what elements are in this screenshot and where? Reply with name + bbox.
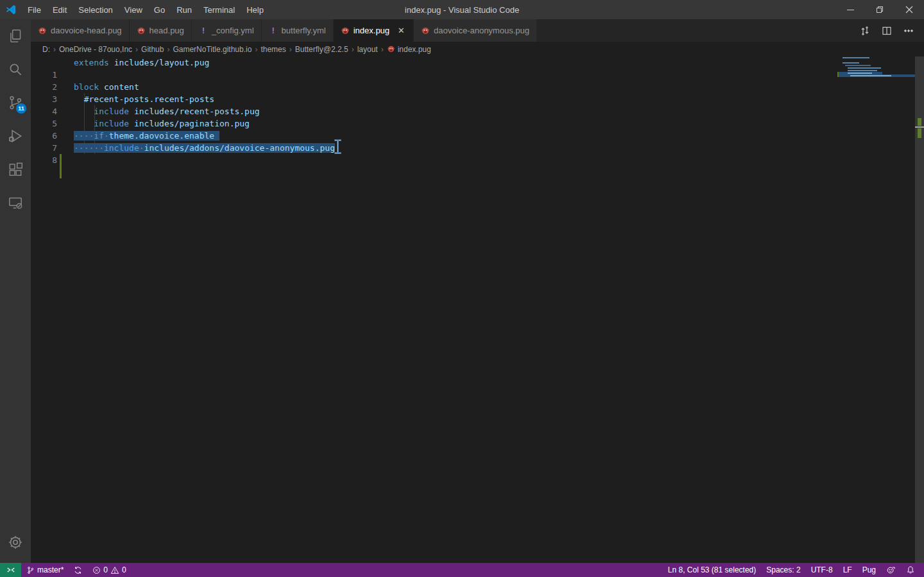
problems-item[interactable]: 0 0 (87, 563, 131, 577)
code-line: 8 ······include·includes/addons/daovoice… (31, 142, 924, 154)
encoding-item[interactable]: UTF-8 (806, 563, 838, 577)
breadcrumb-item-file[interactable]: index.pug (386, 45, 432, 54)
split-editor-icon[interactable] (882, 26, 892, 36)
code-token: #recent-posts.recent-posts (84, 94, 215, 104)
warnings-count: 0 (122, 565, 126, 574)
warnings-icon (110, 566, 119, 574)
code-editor[interactable]: 1 extends includes/layout.pug 2 3 block … (31, 56, 924, 563)
chevron-right-icon (252, 45, 260, 54)
menu-go[interactable]: Go (148, 0, 171, 19)
code-token: include (94, 119, 129, 128)
line-number[interactable]: 8 (31, 154, 57, 166)
window-controls (835, 0, 924, 19)
menu-edit[interactable]: Edit (47, 0, 73, 19)
breadcrumb-item[interactable]: D: (42, 45, 51, 54)
sync-icon (74, 566, 82, 574)
text-cursor-pointer (334, 139, 341, 154)
chevron-right-icon (287, 45, 295, 54)
menu-help[interactable]: Help (241, 0, 270, 19)
feedback-item[interactable] (881, 563, 901, 577)
vscode-logo-icon (0, 0, 22, 19)
breadcrumb-item[interactable]: Butterfly@2.2.5 (295, 45, 349, 54)
settings-gear-icon[interactable] (0, 526, 31, 559)
minimize-button[interactable] (835, 0, 865, 19)
language-mode-item[interactable]: Pug (857, 563, 881, 577)
minimap-modified-marker (837, 74, 839, 77)
menu-view[interactable]: View (119, 0, 148, 19)
status-bar: master* 0 0 Ln 8, Col 53 (81 selected) S… (0, 563, 924, 577)
code-line: 7 ····if·theme.daovoice.enable (31, 130, 924, 142)
code-token: includes/addons/daovoice-anonymous.pug (144, 143, 335, 153)
breadcrumb-item[interactable]: themes (260, 45, 286, 54)
code-token: includes/pagination.pug (134, 119, 250, 128)
breadcrumb-item[interactable]: OneDrive - 87ouo,Inc (58, 45, 133, 54)
tab-head-pug[interactable]: head.pug (130, 19, 192, 42)
errors-count: 0 (103, 565, 108, 574)
notifications-item[interactable] (901, 563, 920, 577)
scm-badge: 11 (16, 103, 26, 114)
minimap[interactable] (837, 56, 915, 146)
source-control-icon[interactable]: 11 (0, 86, 31, 119)
activity-bar: 11 (0, 19, 31, 563)
cursor-position-label: Ln 8, Col 53 (81 selected) (668, 565, 756, 574)
chevron-right-icon (164, 45, 172, 54)
tab-close-icon[interactable] (396, 26, 406, 36)
modified-gutter-indicator (60, 166, 62, 178)
sync-item[interactable] (69, 563, 87, 577)
tab-daovoice-anonymous-pug[interactable]: daovoice-anonymous.pug (414, 19, 537, 42)
yaml-icon (199, 26, 208, 35)
chevron-right-icon (349, 45, 357, 54)
close-button[interactable] (894, 0, 924, 19)
menu-run[interactable]: Run (171, 0, 198, 19)
extensions-icon[interactable] (0, 153, 31, 186)
menu-selection[interactable]: Selection (73, 0, 118, 19)
tab-daovoice-head-pug[interactable]: daovoice-head.pug (31, 19, 130, 42)
tab-bar: daovoice-head.pug head.pug _config.yml b… (31, 19, 924, 42)
tab-label: daovoice-head.pug (51, 26, 122, 35)
breadcrumb-file-label: index.pug (398, 45, 431, 54)
tab-index-pug[interactable]: index.pug (334, 19, 414, 42)
tab-butterfly-yml[interactable]: butterfly.yml (262, 19, 334, 42)
indentation-item[interactable]: Spaces: 2 (761, 563, 805, 577)
overview-modified-marker (918, 128, 921, 138)
tab-config-yml[interactable]: _config.yml (192, 19, 262, 42)
overview-modified-marker (918, 118, 921, 126)
run-debug-icon[interactable] (0, 119, 31, 153)
editor-scrollbar[interactable] (915, 56, 924, 563)
feedback-icon (886, 565, 896, 574)
window-title: index.pug - Visual Studio Code (405, 5, 519, 15)
eol-label: LF (843, 565, 852, 574)
cursor-position-item[interactable]: Ln 8, Col 53 (81 selected) (663, 563, 761, 577)
eol-item[interactable]: LF (838, 563, 857, 577)
remote-icon (6, 565, 15, 574)
git-branch-item[interactable]: master* (21, 563, 69, 577)
breadcrumb-item[interactable]: GamerNoTitle.github.io (172, 45, 252, 54)
chevron-right-icon (51, 45, 58, 54)
search-icon[interactable] (0, 53, 31, 86)
encoding-label: UTF-8 (811, 565, 833, 574)
menu-file[interactable]: File (22, 0, 47, 19)
remote-indicator[interactable] (0, 563, 21, 577)
indentation-label: Spaces: 2 (766, 565, 800, 574)
close-icon (905, 6, 913, 13)
menu-terminal[interactable]: Terminal (198, 0, 241, 19)
more-actions-icon[interactable] (903, 26, 914, 36)
open-changes-icon[interactable] (860, 26, 870, 36)
breadcrumb-item[interactable]: Github (141, 45, 164, 54)
code-token (109, 58, 114, 67)
code-line: 2 (31, 69, 924, 81)
tab-label: head.pug (150, 26, 184, 35)
code-line: 3 block content (31, 81, 924, 93)
restore-button[interactable] (865, 0, 894, 19)
language-label: Pug (862, 565, 876, 574)
tab-label: _config.yml (212, 26, 254, 35)
remote-explorer-icon[interactable] (0, 186, 31, 220)
explorer-icon[interactable] (0, 19, 31, 53)
code-line: 5 include includes/recent-posts.pug (31, 105, 924, 117)
errors-icon (92, 566, 101, 574)
code-token: includes/layout.pug (114, 58, 210, 67)
selected-newline (214, 131, 219, 141)
breadcrumb-item[interactable]: layout (357, 45, 379, 54)
pug-icon (38, 26, 47, 35)
whitespace-dots: ···· (74, 131, 94, 141)
